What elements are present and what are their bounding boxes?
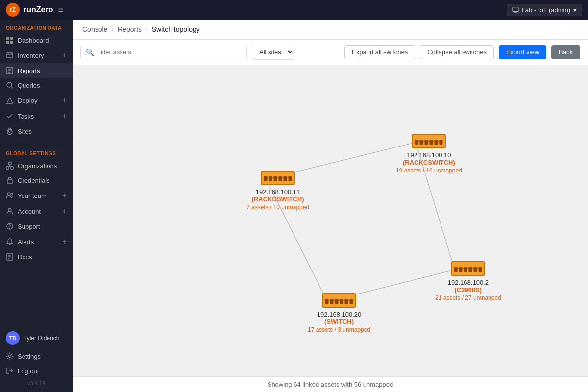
- svg-point-14: [7, 82, 12, 87]
- tasks-icon: [6, 112, 14, 120]
- sidebar-item-label: Sites: [18, 128, 32, 135]
- svg-rect-4: [6, 41, 9, 44]
- svg-marker-16: [7, 98, 13, 103]
- sidebar-item-logout[interactable]: Log out: [0, 364, 73, 378]
- topology-canvas: 192.168.100.10 (RACKCSWITCH) 19 assets /…: [73, 65, 588, 376]
- team-icon: [6, 192, 14, 199]
- sidebar-item-your-team[interactable]: Your team +: [0, 188, 73, 203]
- switch-icon: [261, 171, 295, 185]
- org-name: Lab - IoT (admin): [522, 6, 570, 14]
- sidebar-item-docs[interactable]: Docs: [0, 249, 73, 264]
- inventory-plus[interactable]: +: [62, 51, 67, 60]
- topology-footer: Showing 64 linked assets with 56 unmappe…: [73, 376, 588, 392]
- collapse-all-button[interactable]: Collapse all switches: [420, 45, 494, 59]
- reports-icon: [6, 67, 14, 74]
- topbar: rZ runZero ≡ Lab - IoT (admin) ▾: [0, 0, 588, 20]
- sidebar-item-alerts[interactable]: Alerts +: [0, 234, 73, 249]
- credentials-icon: [6, 176, 14, 184]
- svg-rect-2: [6, 37, 9, 40]
- account-plus[interactable]: +: [62, 207, 67, 216]
- svg-point-27: [8, 208, 11, 211]
- switch-icon: [451, 261, 485, 276]
- topbar-left: rZ runZero ≡: [6, 3, 63, 17]
- logo-text: runZero: [24, 5, 53, 14]
- footer-text: Showing 64 linked assets with 56 unmappe…: [268, 381, 393, 388]
- svg-rect-6: [7, 53, 13, 58]
- expand-all-button[interactable]: Expand all switches: [344, 45, 415, 59]
- svg-rect-0: [512, 7, 518, 12]
- switch-node-sw1[interactable]: 192.168.100.10 (RACKCSWITCH) 19 assets /…: [396, 134, 462, 174]
- site-select[interactable]: All sites: [252, 45, 294, 60]
- alerts-plus[interactable]: +: [62, 237, 67, 246]
- sidebar-item-label: Dashboard: [18, 37, 49, 44]
- hamburger-icon[interactable]: ≡: [58, 5, 63, 15]
- global-section-label: Global Settings: [0, 145, 73, 158]
- switch-name: (C2960S): [455, 286, 482, 294]
- sidebar-item-inventory[interactable]: Inventory +: [0, 48, 73, 63]
- toolbar: 🔍 All sites Expand all switches Collapse…: [73, 40, 588, 65]
- svg-rect-18: [8, 162, 11, 165]
- sidebar-item-label: Inventory: [18, 52, 44, 59]
- sidebar-item-label: Account: [18, 208, 41, 215]
- logo-area: rZ runZero: [6, 3, 53, 17]
- user-area: TD Tyler Diderich: [0, 327, 73, 349]
- sidebar-item-account[interactable]: Account +: [0, 203, 73, 219]
- sidebar-item-label: Settings: [18, 353, 41, 360]
- sidebar-item-tasks[interactable]: Tasks +: [0, 108, 73, 124]
- sidebar-item-label: Tasks: [18, 113, 34, 120]
- sidebar-item-sites[interactable]: Sites: [0, 124, 73, 139]
- breadcrumb-reports[interactable]: Reports: [118, 25, 142, 33]
- search-icon: 🔍: [86, 49, 94, 56]
- switch-name: (RACKDSWITCH): [252, 196, 304, 203]
- switch-node-sw4[interactable]: 192.168.100.20 (SWITCH) 17 assets / 3 un…: [308, 293, 370, 333]
- breadcrumb-sep1: ›: [111, 25, 114, 33]
- switch-ip: 192.168.100.20: [317, 311, 361, 318]
- sidebar-item-label: Your team: [18, 192, 47, 199]
- deploy-icon: [6, 97, 14, 104]
- deploy-plus[interactable]: +: [62, 96, 67, 105]
- sidebar-item-label: Support: [18, 223, 40, 230]
- tasks-plus[interactable]: +: [62, 112, 67, 121]
- logo-icon: rZ: [6, 3, 20, 17]
- team-plus[interactable]: +: [62, 191, 67, 200]
- sidebar-item-label: Deploy: [18, 97, 37, 104]
- export-view-button[interactable]: Export view: [499, 45, 546, 59]
- switch-node-sw2[interactable]: 192.168.100.11 (RACKDSWITCH) 7 assets / …: [246, 171, 309, 211]
- switch-icon: [412, 134, 446, 148]
- org-selector[interactable]: Lab - IoT (admin) ▾: [507, 4, 582, 16]
- topbar-right: Lab - IoT (admin) ▾: [507, 4, 582, 16]
- back-button[interactable]: Back: [551, 45, 580, 59]
- sidebar-item-queries[interactable]: Queries: [0, 78, 73, 93]
- switch-ports: [264, 176, 292, 181]
- svg-point-17: [8, 129, 11, 132]
- svg-point-26: [11, 193, 13, 195]
- switch-assets: 7 assets / 10 unmapped: [246, 204, 309, 211]
- svg-rect-3: [10, 37, 13, 40]
- sidebar-item-settings[interactable]: Settings: [0, 349, 73, 364]
- search-box: 🔍: [80, 46, 247, 59]
- alerts-icon: [6, 238, 14, 245]
- sidebar-item-label: Organizations: [18, 162, 57, 170]
- sidebar-item-reports[interactable]: Reports: [0, 63, 73, 78]
- logout-icon: [6, 367, 14, 375]
- switch-ports: [415, 140, 443, 145]
- settings-icon: [6, 352, 14, 360]
- org-chevron: ▾: [573, 6, 577, 14]
- switch-name: (RACKCSWITCH): [403, 159, 455, 166]
- sidebar-item-deploy[interactable]: Deploy +: [0, 93, 73, 108]
- breadcrumb: Console › Reports › Switch topology: [73, 20, 588, 40]
- search-input[interactable]: [97, 49, 242, 56]
- switch-icon: [322, 293, 356, 308]
- sidebar-item-dashboard[interactable]: Dashboard: [0, 33, 73, 48]
- dashboard-icon: [6, 36, 14, 44]
- switch-ports: [325, 299, 353, 304]
- org-section-label: Organization Data: [0, 20, 73, 33]
- switch-node-sw3[interactable]: 192.168.100.2 (C2960S) 21 assets / 27 un…: [435, 261, 501, 301]
- queries-icon: [6, 81, 14, 89]
- user-name: Tyler Diderich: [24, 335, 59, 342]
- support-icon: [6, 222, 14, 230]
- sidebar-item-organizations[interactable]: Organizations: [0, 158, 73, 173]
- sidebar-item-support[interactable]: Support: [0, 219, 73, 234]
- breadcrumb-console[interactable]: Console: [82, 25, 107, 33]
- sidebar-item-credentials[interactable]: Credentials: [0, 173, 73, 188]
